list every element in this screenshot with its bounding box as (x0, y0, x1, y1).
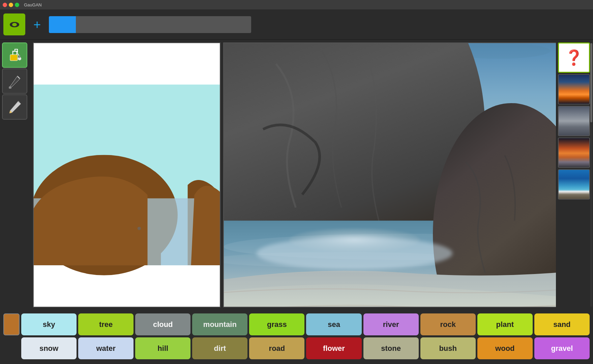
hill-button[interactable]: hill (135, 337, 190, 359)
tab-input[interactable] (76, 16, 251, 33)
palette-row: sky tree cloud mountain grass sea river … (0, 311, 593, 364)
sunset-shore-thumb[interactable] (558, 74, 590, 104)
bush-button[interactable]: bush (420, 337, 476, 359)
grass-button[interactable]: grass (249, 313, 304, 335)
svg-point-2 (12, 23, 17, 26)
minimize-button[interactable] (9, 3, 13, 7)
palette-row-2: snow water hill dirt road flower stone b… (3, 337, 590, 359)
palette-row-1: sky tree cloud mountain grass sea river … (3, 313, 590, 335)
drawing-canvas[interactable] (33, 42, 220, 307)
app-title: GauGAN (24, 2, 42, 7)
flower-button[interactable]: flower (306, 337, 361, 359)
close-button[interactable] (3, 3, 7, 7)
sky-button[interactable]: sky (21, 313, 77, 335)
svg-rect-3 (10, 55, 18, 61)
toolbar: + (0, 9, 593, 40)
svg-rect-10 (34, 85, 220, 155)
scrollbar-track (590, 43, 592, 307)
main-content (30, 40, 593, 310)
cloudy-thumb[interactable] (558, 106, 590, 136)
gravel-button[interactable]: gravel (534, 337, 590, 359)
active-tab[interactable] (49, 16, 76, 33)
svg-point-12 (138, 227, 141, 230)
tree-button[interactable]: tree (78, 313, 134, 335)
water-button[interactable]: water (78, 337, 134, 359)
cloud-button[interactable]: cloud (135, 313, 190, 335)
sea-button[interactable]: sea (306, 313, 361, 335)
dirt-button[interactable]: dirt (192, 337, 247, 359)
river-button[interactable]: river (363, 313, 419, 335)
left-toolbox (0, 40, 30, 122)
rock-button[interactable]: rock (420, 313, 476, 335)
road-button[interactable]: road (249, 337, 304, 359)
warm-sunset-thumb[interactable] (558, 138, 590, 168)
random-thumb[interactable]: ❓ (558, 42, 590, 73)
nvidia-logo (3, 13, 25, 35)
pencil-tool-button[interactable] (2, 94, 27, 120)
wood-button[interactable]: wood (477, 337, 533, 359)
output-image-area (223, 42, 590, 307)
scrollbar-thumb[interactable] (590, 43, 592, 122)
add-tab-button[interactable]: + (29, 16, 46, 33)
svg-point-23 (257, 237, 452, 270)
sand-button[interactable]: sand (534, 313, 590, 335)
window-controls[interactable] (3, 3, 19, 7)
snow-button[interactable]: snow (21, 337, 77, 359)
stone-button[interactable]: stone (363, 337, 419, 359)
palette-spacer (3, 337, 20, 359)
plant-button[interactable]: plant (477, 313, 533, 335)
wave-thumb[interactable] (558, 169, 590, 200)
right-sidebar: ❓ (556, 40, 593, 310)
fill-tool-button[interactable] (2, 42, 27, 68)
brush-tool-button[interactable] (2, 68, 27, 94)
tab-bar (49, 16, 251, 33)
mountain-button[interactable]: mountain (192, 313, 247, 335)
title-bar: GauGAN (0, 0, 593, 9)
active-color-swatch[interactable] (3, 313, 20, 335)
maximize-button[interactable] (15, 3, 19, 7)
